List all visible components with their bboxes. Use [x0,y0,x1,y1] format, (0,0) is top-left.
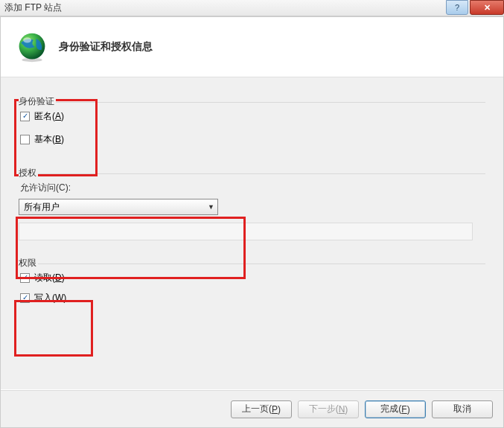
read-label: 读取(D) [34,272,65,284]
read-checkbox[interactable] [20,273,30,283]
allow-access-select[interactable]: 所有用户 ▼ [19,199,218,215]
dialog-header: 身份验证和授权信息 [1,17,503,77]
basic-label: 基本(B) [34,133,64,146]
anonymous-checkbox-row[interactable]: 匿名(A) [20,110,485,123]
titlebar: 添加 FTP 站点 ? ✕ [0,0,504,16]
allow-access-select-value: 所有用户 [24,201,60,214]
help-button[interactable]: ? [446,0,468,15]
page-title: 身份验证和授权信息 [59,40,153,54]
allow-access-label: 允许访问(C): [20,182,485,194]
cancel-button[interactable]: 取消 [432,400,493,418]
write-checkbox[interactable] [20,293,30,303]
authorization-section: 授权 允许访问(C): 所有用户 ▼ [19,164,485,240]
close-button[interactable]: ✕ [470,0,504,15]
perm-legend: 权限 [19,257,38,269]
anonymous-checkbox[interactable] [20,112,30,121]
authentication-section: 身份验证 匿名(A) 基本(B) [19,92,485,146]
anonymous-label: 匿名(A) [34,110,64,123]
dialog-body: 身份验证 匿名(A) 基本(B) 授权 允许访问(C): 所有用户 ▼ 权 [1,77,503,389]
prev-button[interactable]: 上一页(P) [231,400,292,418]
auth-legend: 身份验证 [19,95,56,108]
dialog-content: 身份验证和授权信息 身份验证 匿名(A) 基本(B) 授权 允许访问(C): 所… [0,16,504,428]
write-label: 写入(W) [34,292,66,304]
dialog-footer: 上一页(P) 下一步(N) 完成(F) 取消 [1,390,503,427]
authz-legend: 授权 [19,167,38,179]
ghost-input [19,223,473,240]
finish-button[interactable]: 完成(F) [365,400,426,418]
basic-checkbox-row[interactable]: 基本(B) [20,133,485,146]
write-checkbox-row[interactable]: 写入(W) [20,292,485,304]
permissions-section: 权限 读取(D) 写入(W) [19,254,485,304]
read-checkbox-row[interactable]: 读取(D) [20,272,485,284]
window-title: 添加 FTP 站点 [4,1,62,14]
basic-checkbox[interactable] [20,135,30,144]
globe-icon [16,31,48,63]
svg-point-2 [23,37,31,42]
next-button: 下一步(N) [298,400,359,418]
window-controls: ? ✕ [446,0,504,15]
chevron-down-icon: ▼ [208,203,214,211]
